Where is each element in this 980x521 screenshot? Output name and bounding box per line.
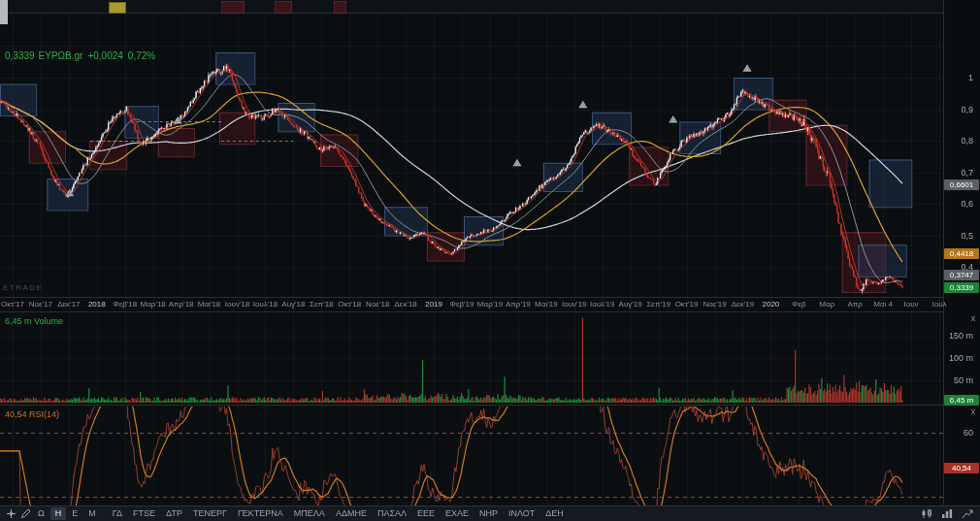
symbol-tab-ΠΑΣΑΛ[interactable]: ΠΑΣΑΛ bbox=[373, 507, 411, 520]
price-tick-label: 1 bbox=[943, 73, 978, 82]
time-axis-label: Οκτ'19 bbox=[675, 300, 699, 309]
timeframe-button-Μ[interactable]: Μ bbox=[83, 507, 101, 520]
time-axis-label: Φεβ bbox=[792, 300, 806, 309]
time-axis-label: Ιουλ'18 bbox=[253, 300, 278, 309]
time-axis-label: 2018 bbox=[88, 300, 106, 309]
time-axis-label: Μαι 4 bbox=[873, 300, 893, 309]
time-axis-label: Απρ'18 bbox=[169, 300, 194, 309]
symbol-tab-ΕΕΕ[interactable]: ΕΕΕ bbox=[412, 507, 440, 520]
time-axis-label: Νοε'17 bbox=[29, 300, 52, 309]
timeframe-button-Ε[interactable]: Ε bbox=[67, 507, 82, 520]
time-axis-label: Ιουλ'19 bbox=[590, 300, 614, 309]
ma-mid-badge: 0,4418 bbox=[944, 248, 979, 259]
top-strip-decor bbox=[221, 1, 245, 14]
volume-tick-label: 150 m bbox=[943, 331, 978, 341]
bottom-toolbar: ΩΗΕΜΓΔFTSEΔΤΡΤΕΝΕΡΓΓΕΚΤΕΡΝΑΜΠΕΛΑΑΔΜΗΕΠΑΣ… bbox=[0, 505, 980, 521]
symbol-tab-ΕΧΑΕ[interactable]: ΕΧΑΕ bbox=[441, 507, 474, 520]
volume-pane-close-button[interactable]: x bbox=[968, 314, 978, 324]
panel-corner-handle[interactable] bbox=[0, 0, 8, 24]
time-axis-label: Μαρ'19 bbox=[477, 300, 503, 309]
timeframe-button-Ω[interactable]: Ω bbox=[33, 507, 49, 520]
time-axis-label: Μαι'18 bbox=[198, 300, 221, 309]
time-axis-label: Αυγ'19 bbox=[619, 300, 642, 309]
time-axis-label: Μαρ bbox=[819, 300, 834, 309]
time-axis-label: Δεκ'17 bbox=[57, 300, 80, 309]
last-price-badge: 0,3339 bbox=[944, 282, 979, 293]
symbol-tab-FTSE[interactable]: FTSE bbox=[128, 507, 160, 520]
time-axis-label: Φεβ'19 bbox=[450, 300, 474, 309]
symbol-tab-ΤΕΝΕΡΓ[interactable]: ΤΕΝΕΡΓ bbox=[188, 507, 232, 520]
time-axis-label: Ιουν'19 bbox=[562, 300, 586, 309]
time-axis-label: 2020 bbox=[762, 300, 779, 309]
volume-badge: 6,45 m bbox=[944, 395, 979, 406]
price-tick-label: 0,6 bbox=[943, 199, 978, 209]
volume-tick-label: 50 m bbox=[943, 375, 978, 385]
symbol-tab-ΝΗΡ[interactable]: ΝΗΡ bbox=[474, 507, 503, 520]
time-axis-label: 2019 bbox=[425, 300, 442, 309]
price-chart-canvas[interactable] bbox=[0, 0, 980, 505]
time-axis-label: Νοε'18 bbox=[366, 300, 389, 309]
price-tick-label: 0,5 bbox=[943, 231, 978, 241]
toolbar-left-group: ΩΗΕΜΓΔFTSEΔΤΡΤΕΝΕΡΓΓΕΚΤΕΡΝΑΜΠΕΛΑΑΔΜΗΕΠΑΣ… bbox=[4, 507, 569, 520]
rsi-pane-close-button[interactable]: x bbox=[968, 407, 978, 417]
time-axis-label: Απρ'19 bbox=[506, 300, 531, 309]
time-axis-label: Δεκ'19 bbox=[732, 300, 754, 309]
ma-fast-badge: 0,3747 bbox=[944, 270, 979, 280]
chart-settings-icon[interactable] bbox=[961, 507, 974, 520]
symbol-tab-ΔΤΡ[interactable]: ΔΤΡ bbox=[161, 507, 187, 520]
symbol-tab-ΓΔ[interactable]: ΓΔ bbox=[108, 507, 127, 520]
time-axis-label: Μαρ'18 bbox=[141, 300, 166, 309]
time-axis-label: Ιουν'18 bbox=[225, 300, 249, 309]
time-axis-label: Ιουλ bbox=[931, 300, 946, 309]
top-strip-yellow-chip[interactable] bbox=[109, 2, 126, 14]
time-axis-label: Νοε'19 bbox=[702, 300, 726, 309]
price-tick-label: 0,8 bbox=[943, 136, 978, 146]
ma-slow-badge: 0,6601 bbox=[944, 179, 979, 190]
time-axis-label: Ιουν bbox=[904, 300, 919, 309]
time-axis-label: Οκτ'18 bbox=[338, 300, 361, 309]
time-axis-label: Αυγ'18 bbox=[281, 300, 305, 309]
time-axis-label: Σεπ'18 bbox=[310, 300, 333, 309]
symbol-tab-ΔΕΗ[interactable]: ΔΕΗ bbox=[540, 507, 569, 520]
toolbar-right-group bbox=[920, 507, 976, 520]
rsi-badge: 40,54 bbox=[944, 463, 979, 473]
trading-chart-app: 0,3339ΕΥΡΩΒ.gr+0,00240,72% 6,45 m Volume… bbox=[0, 0, 980, 521]
time-axis-label: Σεπ'19 bbox=[646, 300, 670, 309]
rsi-tick-label: 60 bbox=[943, 428, 978, 438]
time-axis-label: Φεβ'18 bbox=[113, 300, 137, 309]
symbol-tab-ΑΔΜΗΕ[interactable]: ΑΔΜΗΕ bbox=[331, 507, 372, 520]
chart-columns-icon[interactable] bbox=[940, 507, 954, 520]
symbol-tab-ΓΕΚΤΕΡΝΑ[interactable]: ΓΕΚΤΕΡΝΑ bbox=[233, 507, 288, 520]
volume-tick-label: 100 m bbox=[943, 353, 978, 363]
time-axis-label: Δεκ'18 bbox=[394, 300, 416, 309]
time-axis-label: Απρ bbox=[847, 300, 862, 309]
chart-candles-icon[interactable] bbox=[920, 507, 933, 520]
timeframe-button-Η[interactable]: Η bbox=[50, 507, 67, 520]
symbol-tab-ΙΝΛΟΤ[interactable]: ΙΝΛΟΤ bbox=[504, 507, 539, 520]
pencil-icon[interactable] bbox=[18, 507, 32, 520]
crosshair-icon[interactable] bbox=[4, 507, 17, 520]
symbol-tab-ΜΠΕΛΑ[interactable]: ΜΠΕΛΑ bbox=[289, 507, 330, 520]
top-strip-decor bbox=[334, 1, 346, 14]
price-tick-label: 0,9 bbox=[943, 105, 978, 114]
top-strip-decor bbox=[275, 1, 292, 14]
price-tick-label: 0,7 bbox=[943, 168, 978, 178]
time-axis-label: Μαι'19 bbox=[535, 300, 558, 309]
time-axis-label: Οκτ'17 bbox=[1, 300, 24, 309]
